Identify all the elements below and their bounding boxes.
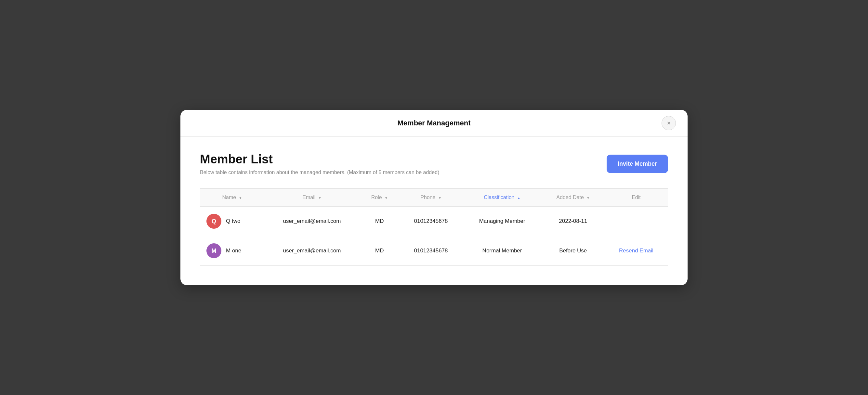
section-header: Member List Below table contains informa… <box>200 152 668 175</box>
close-button[interactable]: × <box>661 116 676 130</box>
table-row: MM oneuser_email@email.comMD01012345678N… <box>200 236 668 266</box>
role-sort-icon: ▼ <box>384 196 388 200</box>
section-title-block: Member List Below table contains informa… <box>200 152 439 175</box>
modal-header: Member Management × <box>180 110 688 137</box>
col-added-date[interactable]: Added Date ▼ <box>542 189 604 207</box>
cell-name-1: MM one <box>200 236 264 266</box>
col-phone[interactable]: Phone ▼ <box>400 189 463 207</box>
invite-member-button[interactable]: Invite Member <box>607 155 668 173</box>
cell-email-1: user_email@email.com <box>264 236 360 266</box>
phone-sort-icon: ▼ <box>438 196 441 200</box>
section-title: Member List <box>200 152 439 166</box>
col-name[interactable]: Name ▼ <box>200 189 264 207</box>
modal-body: Member List Below table contains informa… <box>180 137 688 285</box>
col-email[interactable]: Email ▼ <box>264 189 360 207</box>
avatar-0: Q <box>207 214 221 229</box>
cell-role-1: MD <box>360 236 400 266</box>
cell-phone-0: 01012345678 <box>400 207 463 236</box>
cell-edit-0 <box>604 207 668 236</box>
cell-classification-0: Managing Member <box>462 207 541 236</box>
modal-overlay: Member Management × Member List Below ta… <box>180 110 688 285</box>
member-name-1: M one <box>226 248 241 254</box>
classification-sort-icon: ▲ <box>517 196 521 200</box>
member-table: Name ▼ Email ▼ Role ▼ Phone ▼ Classifica… <box>200 188 668 266</box>
email-sort-icon: ▼ <box>318 196 321 200</box>
cell-edit-1[interactable]: Resend Email <box>604 236 668 266</box>
member-name-0: Q two <box>226 218 240 225</box>
cell-classification-1: Normal Member <box>462 236 541 266</box>
modal-container: Member Management × Member List Below ta… <box>180 110 688 285</box>
name-sort-icon: ▼ <box>239 196 242 200</box>
col-role[interactable]: Role ▼ <box>360 189 400 207</box>
cell-added-date-0: 2022-08-11 <box>542 207 604 236</box>
cell-name-0: QQ two <box>200 207 264 236</box>
modal-title: Member Management <box>398 119 471 127</box>
resend-email-button-1[interactable]: Resend Email <box>619 248 653 254</box>
section-subtitle: Below table contains information about t… <box>200 170 439 175</box>
cell-role-0: MD <box>360 207 400 236</box>
table-row: QQ twouser_email@email.comMD01012345678M… <box>200 207 668 236</box>
cell-phone-1: 01012345678 <box>400 236 463 266</box>
col-classification[interactable]: Classification ▲ <box>462 189 541 207</box>
cell-email-0: user_email@email.com <box>264 207 360 236</box>
col-edit: Edit <box>604 189 668 207</box>
cell-added-date-1: Before Use <box>542 236 604 266</box>
added-date-sort-icon: ▼ <box>586 196 590 200</box>
avatar-1: M <box>207 243 221 258</box>
table-header-row: Name ▼ Email ▼ Role ▼ Phone ▼ Classifica… <box>200 189 668 207</box>
